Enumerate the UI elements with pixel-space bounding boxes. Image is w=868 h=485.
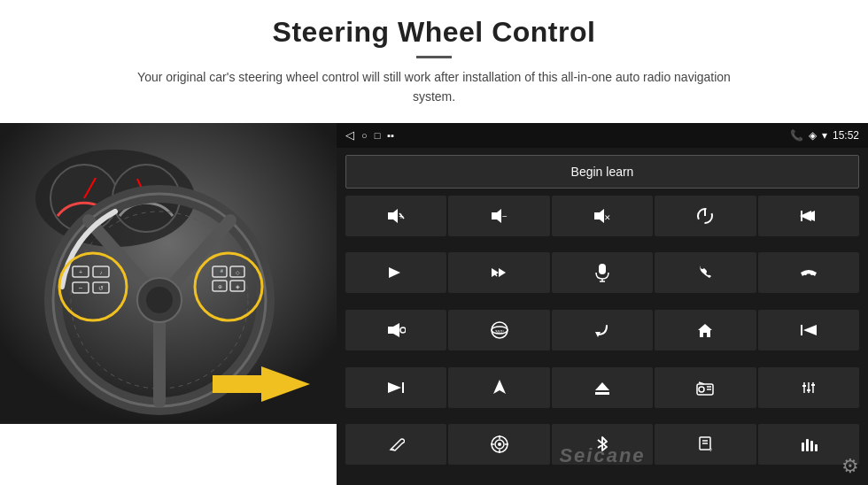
svg-marker-63: [803, 325, 817, 335]
begin-learn-button[interactable]: Begin learn: [345, 155, 859, 189]
page-title: Steering Wheel Control: [53, 16, 815, 49]
hang-up-button[interactable]: [758, 252, 859, 293]
vol-down-button[interactable]: −: [448, 196, 549, 236]
svg-text:−: −: [79, 284, 83, 292]
page-subtitle: Your original car's steering wheel contr…: [133, 67, 735, 107]
music-button[interactable]: ♪: [655, 424, 756, 465]
svg-marker-49: [492, 268, 499, 277]
svg-marker-48: [389, 267, 400, 278]
svg-marker-41: [594, 209, 604, 223]
svg-marker-39: [492, 209, 501, 223]
home-button[interactable]: [655, 310, 756, 350]
svg-point-13: [146, 287, 173, 313]
back-button[interactable]: [552, 310, 653, 350]
svg-text:✕: ✕: [604, 213, 611, 222]
nav-button[interactable]: [448, 367, 549, 408]
bluetooth-button[interactable]: [552, 424, 653, 465]
svg-rect-52: [599, 264, 606, 274]
svg-text:◇: ◇: [236, 270, 240, 275]
svg-text:+: +: [79, 269, 82, 275]
target-button[interactable]: [448, 424, 549, 465]
svg-rect-95: [815, 444, 818, 451]
svg-marker-61: [698, 324, 712, 337]
svg-marker-55: [388, 323, 399, 337]
status-bar-right: 📞 ◈ ▾ 15:52: [790, 129, 859, 142]
svg-point-56: [400, 327, 406, 333]
svg-marker-67: [595, 382, 609, 390]
svg-text:♪: ♪: [709, 446, 713, 452]
svg-text:🎤: 🎤: [217, 269, 224, 276]
phone-status-icon: 📞: [790, 129, 803, 142]
skip-forward-button[interactable]: [345, 367, 446, 408]
nav-back-icon[interactable]: ◁: [345, 128, 354, 142]
rewind-button[interactable]: [758, 310, 859, 350]
svg-rect-92: [802, 443, 804, 451]
svg-text:360°: 360°: [494, 329, 503, 335]
svg-point-70: [699, 387, 704, 392]
svg-marker-65: [388, 382, 401, 393]
title-divider: [416, 56, 452, 58]
svg-text:⊕: ⊕: [218, 284, 222, 289]
battery-signal: ▪▪: [387, 130, 394, 141]
fast-forward-button[interactable]: [448, 252, 549, 293]
svg-text:−: −: [502, 212, 508, 221]
wifi-icon: ▾: [822, 129, 827, 142]
pen-button[interactable]: [345, 424, 446, 465]
svg-text:+: +: [399, 212, 404, 221]
eject-button[interactable]: [552, 367, 653, 408]
horn-button[interactable]: [345, 310, 446, 350]
nav-home-icon[interactable]: ○: [361, 130, 368, 141]
status-bar-left: ◁ ○ □ ▪▪: [345, 128, 394, 142]
svg-text:↺: ↺: [98, 285, 104, 291]
prev-track-button[interactable]: [758, 196, 859, 236]
svg-rect-93: [806, 439, 809, 451]
call-button[interactable]: [655, 252, 756, 293]
svg-rect-68: [595, 392, 609, 395]
steering-wheel-image: + ♪ − ↺ 🎤 ◇ ⊕ ◈: [0, 123, 337, 424]
content-area: + ♪ − ↺ 🎤 ◇ ⊕ ◈: [0, 123, 868, 485]
controls-grid: + − ✕: [337, 196, 868, 485]
svg-text:♪: ♪: [100, 270, 103, 275]
mic-button[interactable]: [552, 252, 653, 293]
svg-marker-34: [388, 209, 398, 223]
eq-button[interactable]: [758, 367, 859, 408]
svg-point-83: [498, 443, 501, 446]
svg-rect-94: [810, 441, 813, 451]
360-button[interactable]: 360°: [448, 310, 549, 350]
radio-button[interactable]: [655, 367, 756, 408]
steering-svg: + ♪ − ↺ 🎤 ◇ ⊕ ◈: [0, 123, 337, 424]
settings-gear-icon[interactable]: ⚙: [841, 455, 859, 478]
status-bar: ◁ ○ □ ▪▪ 📞 ◈ ▾ 15:52: [337, 123, 868, 148]
clock: 15:52: [833, 129, 859, 142]
header-section: Steering Wheel Control Your original car…: [0, 0, 868, 116]
svg-marker-66: [493, 380, 506, 394]
power-button[interactable]: [655, 196, 756, 236]
begin-learn-row: Begin learn: [337, 148, 868, 196]
next-track-button[interactable]: [345, 252, 446, 293]
android-panel: ◁ ○ □ ▪▪ 📞 ◈ ▾ 15:52 Begin learn: [337, 123, 868, 485]
location-icon: ◈: [809, 129, 817, 142]
vol-up-button[interactable]: +: [345, 196, 446, 236]
mute-button[interactable]: ✕: [552, 196, 653, 236]
svg-marker-50: [499, 268, 506, 277]
page-container: Steering Wheel Control Your original car…: [0, 0, 868, 485]
nav-square-icon[interactable]: □: [375, 130, 381, 141]
svg-text:◈: ◈: [236, 284, 240, 289]
svg-rect-33: [213, 375, 264, 393]
